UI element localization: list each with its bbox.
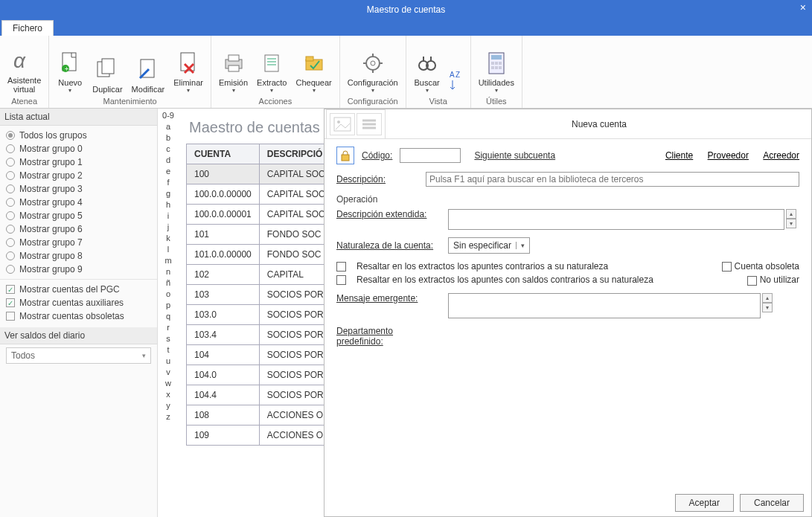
table-row[interactable]: 108ACCIONES O: [187, 405, 333, 426]
alpha-e[interactable]: e: [166, 166, 170, 177]
alpha-p[interactable]: p: [166, 300, 170, 311]
ribbon-duplicar[interactable]: Duplicar: [88, 54, 127, 95]
alpha-f[interactable]: f: [167, 177, 169, 188]
alpha-b[interactable]: b: [166, 132, 170, 144]
alpha-n[interactable]: n: [166, 266, 170, 277]
col-descripcion[interactable]: DESCRIPCIÓ: [259, 144, 333, 164]
siguiente-subcuenta-link[interactable]: Siguiente subcuenta: [474, 150, 555, 161]
radio-7[interactable]: Mostrar grupo 6: [0, 222, 157, 236]
image-placeholder-button[interactable]: [330, 113, 355, 135]
ribbon-asistente-virtual[interactable]: α Asistentevirtual: [3, 45, 45, 95]
ribbon-emision[interactable]: Emisión▾: [214, 47, 252, 95]
ribbon-extracto[interactable]: Extracto▾: [252, 47, 291, 95]
link-acreedor[interactable]: Acreedor: [763, 150, 799, 161]
tab-fichero[interactable]: Fichero: [1, 20, 54, 36]
radio-label: Mostrar grupo 5: [19, 211, 83, 221]
chk-noutilizar[interactable]: [747, 276, 757, 286]
mensaje-label: Mensaje emergente:: [336, 293, 441, 304]
alpha-q[interactable]: q: [166, 311, 170, 322]
cancelar-button[interactable]: Cancelar: [740, 494, 804, 512]
table-row[interactable]: 103.4SOCIOS POR: [187, 325, 333, 345]
alpha-m[interactable]: m: [164, 255, 171, 266]
radio-0[interactable]: Todos los grupos: [0, 129, 157, 142]
alpha-d[interactable]: d: [166, 155, 170, 166]
chevron-down-icon: ▾: [142, 352, 146, 359]
mensaje-input[interactable]: [448, 293, 761, 318]
naturaleza-select[interactable]: Sin especificar ▾: [448, 237, 530, 254]
alpha-r[interactable]: r: [167, 322, 170, 333]
ribbon-modificar[interactable]: Modificar: [127, 54, 170, 95]
close-icon[interactable]: ×: [800, 1, 806, 13]
alpha-a[interactable]: a: [166, 121, 170, 132]
printer-icon: [220, 50, 247, 77]
alpha-c[interactable]: c: [166, 144, 170, 155]
chk-resaltar-contrarios[interactable]: [336, 262, 346, 272]
chk-obsoleta[interactable]: [722, 262, 732, 272]
diario-select[interactable]: Todos ▾: [6, 347, 151, 364]
alpha-y[interactable]: y: [166, 400, 170, 411]
alpha-z[interactable]: z: [166, 411, 170, 423]
col-cuenta[interactable]: CUENTA: [187, 144, 260, 164]
alpha-v[interactable]: v: [166, 367, 170, 378]
desc-ext-input[interactable]: [448, 209, 784, 230]
radio-3[interactable]: Mostrar grupo 2: [0, 169, 157, 182]
table-row[interactable]: 104.0SOCIOS POR: [187, 365, 333, 385]
alpha-u[interactable]: u: [166, 356, 170, 367]
spinner[interactable]: ▴▾: [762, 293, 773, 312]
ribbon-eliminar[interactable]: Eliminar▾: [169, 47, 208, 95]
radio-4[interactable]: Mostrar grupo 3: [0, 182, 157, 196]
codigo-input[interactable]: [400, 148, 461, 163]
alpha-k[interactable]: k: [166, 233, 170, 244]
check-1[interactable]: Mostrar cuentas auxiliares: [0, 296, 157, 309]
ribbon-buscar[interactable]: Buscar▾: [409, 47, 445, 95]
radio-10[interactable]: Mostrar grupo 9: [0, 263, 157, 276]
chk-resaltar-saldos[interactable]: [336, 275, 346, 285]
check-2[interactable]: Mostrar cuentas obsoletas: [0, 309, 157, 323]
table-row[interactable]: 103.0SOCIOS POR: [187, 305, 333, 325]
alpha-t[interactable]: t: [167, 344, 169, 356]
table-row[interactable]: 104SOCIOS POR: [187, 345, 333, 365]
table-row[interactable]: 100.0.0.00001CAPITAL SOC: [187, 205, 333, 225]
link-proveedor[interactable]: Proveedor: [708, 150, 749, 161]
ribbon-utilidades[interactable]: Utilidades▾: [474, 47, 519, 95]
descripcion-input[interactable]: [426, 172, 799, 187]
alpha-h[interactable]: h: [166, 199, 170, 211]
table-row[interactable]: 109ACCIONES O: [187, 426, 333, 446]
alpha-g[interactable]: g: [166, 188, 170, 199]
spinner[interactable]: ▴▾: [786, 209, 796, 228]
table-row[interactable]: 101FONDO SOC: [187, 225, 333, 245]
alpha-s[interactable]: s: [166, 333, 170, 344]
ribbon-sort[interactable]: AZ: [445, 64, 467, 95]
table-row[interactable]: 104.4SOCIOS POR: [187, 385, 333, 405]
check-0[interactable]: Mostrar cuentas del PGC: [0, 283, 157, 296]
ribbon-configuracion[interactable]: Configuración▾: [343, 47, 403, 95]
table-row[interactable]: 101.0.0.00000FONDO SOC: [187, 245, 333, 265]
ribbon-nuevo[interactable]: ＋ Nuevo▾: [52, 47, 88, 95]
radio-6[interactable]: Mostrar grupo 5: [0, 209, 157, 222]
chevron-down-icon: ▾: [313, 87, 316, 94]
cell-cuenta: 103.0: [187, 305, 260, 325]
alpha-j[interactable]: j: [167, 222, 169, 233]
departamento-link[interactable]: Departamento predefinido:: [336, 326, 441, 347]
alpha-x[interactable]: x: [166, 389, 170, 400]
alpha-i[interactable]: i: [167, 211, 169, 222]
alpha-o[interactable]: o: [166, 289, 170, 300]
radio-2[interactable]: Mostrar grupo 1: [0, 155, 157, 169]
list-placeholder-button[interactable]: [357, 113, 382, 135]
aceptar-button[interactable]: Aceptar: [675, 494, 734, 512]
alpha-l[interactable]: l: [167, 244, 169, 255]
alpha-ñ[interactable]: ñ: [166, 277, 170, 289]
table-row[interactable]: 100CAPITAL SOC: [187, 164, 333, 184]
radio-9[interactable]: Mostrar grupo 8: [0, 249, 157, 263]
link-cliente[interactable]: Cliente: [665, 150, 693, 161]
alpha-0-9[interactable]: 0-9: [162, 110, 174, 121]
radio-8[interactable]: Mostrar grupo 7: [0, 236, 157, 249]
table-row[interactable]: 100.0.0.00000CAPITAL SOC: [187, 184, 333, 205]
table-row[interactable]: 102CAPITAL: [187, 265, 333, 285]
alpha-w[interactable]: w: [165, 378, 171, 389]
ribbon-chequear[interactable]: Chequear▾: [291, 47, 336, 95]
lock-icon[interactable]: [336, 147, 354, 164]
radio-5[interactable]: Mostrar grupo 4: [0, 196, 157, 209]
table-row[interactable]: 103SOCIOS POR: [187, 285, 333, 305]
radio-1[interactable]: Mostrar grupo 0: [0, 142, 157, 155]
